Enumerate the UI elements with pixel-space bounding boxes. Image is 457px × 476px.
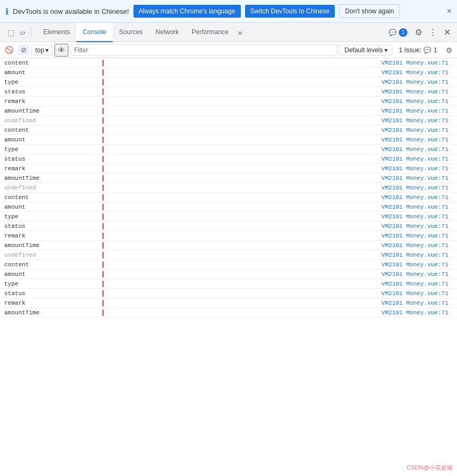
row-key: undefined bbox=[2, 185, 104, 191]
row-source[interactable]: VM2191 Money.vue:71 bbox=[104, 137, 457, 143]
issue-button[interactable]: 1 Issue: 💬 1 bbox=[395, 45, 442, 55]
console-row: undefinedVM2191 Money.vue:71 bbox=[0, 250, 457, 260]
row-source[interactable]: VM2191 Money.vue:71 bbox=[104, 165, 457, 172]
row-source[interactable]: VM2191 Money.vue:71 bbox=[104, 261, 457, 268]
console-row: remarkVM2191 Money.vue:71 bbox=[0, 97, 457, 106]
menu-button[interactable]: ⋮ bbox=[427, 25, 439, 39]
row-source[interactable]: VM2191 Money.vue:71 bbox=[104, 223, 457, 229]
console-row: remarkVM2191 Money.vue:71 bbox=[0, 231, 457, 241]
row-source[interactable]: VM2191 Money.vue:71 bbox=[104, 98, 457, 105]
filter-toggle-button[interactable]: ⊘ bbox=[18, 45, 29, 55]
live-expressions-button[interactable]: 👁 bbox=[54, 44, 68, 57]
row-source[interactable]: VM2191 Money.vue:71 bbox=[104, 194, 457, 201]
row-key: type bbox=[2, 146, 104, 153]
inspect-icon[interactable]: ⬚ bbox=[5, 26, 17, 39]
info-text: DevTools is now available in Chinese! bbox=[13, 7, 129, 15]
issue-icon: 💬 bbox=[423, 46, 431, 54]
console-row: typeVM2191 Money.vue:71 bbox=[0, 77, 457, 87]
console-row: amountTimeVM2191 Money.vue:71 bbox=[0, 241, 457, 250]
dont-show-button[interactable]: Don't show again bbox=[339, 4, 400, 18]
row-source[interactable]: VM2191 Money.vue:71 bbox=[104, 290, 457, 297]
row-key: content bbox=[2, 261, 104, 268]
settings-button[interactable]: ⚙ bbox=[413, 25, 424, 39]
close-devtools-button[interactable]: ✕ bbox=[442, 25, 453, 39]
issues-badge: 1 bbox=[399, 28, 407, 37]
row-key: amountTime bbox=[2, 175, 104, 181]
switch-devtools-button[interactable]: Switch DevTools to Chinese bbox=[245, 5, 335, 18]
console-row: statusVM2191 Money.vue:71 bbox=[0, 289, 457, 298]
console-row: statusVM2191 Money.vue:71 bbox=[0, 154, 457, 164]
row-key: remark bbox=[2, 233, 104, 239]
device-icon[interactable]: ▱ bbox=[18, 26, 28, 39]
row-source[interactable]: VM2191 Money.vue:71 bbox=[104, 175, 457, 181]
row-source[interactable]: VM2191 Money.vue:71 bbox=[104, 242, 457, 249]
tab-divider bbox=[31, 27, 31, 38]
console-row: typeVM2191 Money.vue:71 bbox=[0, 145, 457, 154]
context-label: top bbox=[35, 46, 44, 54]
more-tabs-button[interactable]: » bbox=[235, 26, 246, 39]
row-key: undefined bbox=[2, 117, 104, 124]
console-row: amountVM2191 Money.vue:71 bbox=[0, 68, 457, 77]
level-arrow: ▾ bbox=[384, 46, 388, 54]
row-source[interactable]: VM2191 Money.vue:71 bbox=[104, 233, 457, 239]
row-source[interactable]: VM2191 Money.vue:71 bbox=[104, 300, 457, 306]
console-row: contentVM2191 Money.vue:71 bbox=[0, 260, 457, 269]
console-row: contentVM2191 Money.vue:71 bbox=[0, 125, 457, 135]
close-infobar-button[interactable]: × bbox=[447, 6, 452, 16]
log-level-selector[interactable]: Default levels ▾ bbox=[340, 45, 392, 55]
row-source[interactable]: VM2191 Money.vue:71 bbox=[104, 89, 457, 95]
context-selector[interactable]: top ▾ bbox=[31, 45, 52, 55]
watermark: CSDN@小花皮猪 bbox=[407, 464, 453, 472]
filter-input[interactable] bbox=[74, 46, 334, 54]
row-source[interactable]: VM2191 Money.vue:71 bbox=[104, 156, 457, 162]
row-key: content bbox=[2, 60, 104, 66]
row-key: status bbox=[2, 89, 104, 95]
console-row: remarkVM2191 Money.vue:71 bbox=[0, 298, 457, 308]
tab-sources[interactable]: Sources bbox=[113, 23, 149, 42]
level-label: Default levels bbox=[344, 46, 383, 54]
filter-input-wrap bbox=[70, 44, 338, 56]
console-settings-button[interactable]: ⚙ bbox=[444, 45, 455, 55]
row-key: amount bbox=[2, 137, 104, 143]
info-icon: ℹ bbox=[5, 6, 9, 17]
row-key: remark bbox=[2, 300, 104, 306]
console-row: undefinedVM2191 Money.vue:71 bbox=[0, 183, 457, 193]
always-match-button[interactable]: Always match Chrome's language bbox=[133, 5, 241, 18]
row-key: amountTime bbox=[2, 242, 104, 249]
console-row: statusVM2191 Money.vue:71 bbox=[0, 87, 457, 97]
row-source[interactable]: VM2191 Money.vue:71 bbox=[104, 117, 457, 124]
console-row: remarkVM2191 Money.vue:71 bbox=[0, 164, 457, 173]
console-row: amountTimeVM2191 Money.vue:71 bbox=[0, 173, 457, 183]
row-key: type bbox=[2, 79, 104, 85]
tab-elements[interactable]: Elements bbox=[37, 23, 76, 42]
console-row: statusVM2191 Money.vue:71 bbox=[0, 221, 457, 231]
row-source[interactable]: VM2191 Money.vue:71 bbox=[104, 310, 457, 316]
row-source[interactable]: VM2191 Money.vue:71 bbox=[104, 281, 457, 287]
row-source[interactable]: VM2191 Money.vue:71 bbox=[104, 69, 457, 76]
row-key: status bbox=[2, 156, 104, 162]
issues-button[interactable]: 💬 1 bbox=[385, 27, 411, 38]
console-row: amountTimeVM2191 Money.vue:71 bbox=[0, 106, 457, 116]
row-key: amount bbox=[2, 271, 104, 277]
clear-console-button[interactable]: 🚫 bbox=[2, 45, 16, 55]
tab-performance[interactable]: Performance bbox=[185, 23, 235, 42]
tab-console[interactable]: Console bbox=[76, 23, 113, 42]
row-source[interactable]: VM2191 Money.vue:71 bbox=[104, 204, 457, 210]
row-source[interactable]: VM2191 Money.vue:71 bbox=[104, 79, 457, 85]
row-source[interactable]: VM2191 Money.vue:71 bbox=[104, 127, 457, 133]
row-source[interactable]: VM2191 Money.vue:71 bbox=[104, 146, 457, 153]
context-arrow: ▾ bbox=[45, 46, 49, 54]
row-source[interactable]: VM2191 Money.vue:71 bbox=[104, 108, 457, 114]
row-source[interactable]: VM2191 Money.vue:71 bbox=[104, 60, 457, 66]
console-row: amountVM2191 Money.vue:71 bbox=[0, 202, 457, 212]
row-source[interactable]: VM2191 Money.vue:71 bbox=[104, 185, 457, 191]
tab-network[interactable]: Network bbox=[149, 23, 185, 42]
row-key: amount bbox=[2, 204, 104, 210]
console-row: typeVM2191 Money.vue:71 bbox=[0, 212, 457, 221]
row-key: type bbox=[2, 213, 104, 220]
issue-count: 1 bbox=[434, 46, 437, 54]
console-row: contentVM2191 Money.vue:71 bbox=[0, 58, 457, 68]
row-source[interactable]: VM2191 Money.vue:71 bbox=[104, 213, 457, 220]
row-source[interactable]: VM2191 Money.vue:71 bbox=[104, 271, 457, 277]
row-source[interactable]: VM2191 Money.vue:71 bbox=[104, 252, 457, 258]
